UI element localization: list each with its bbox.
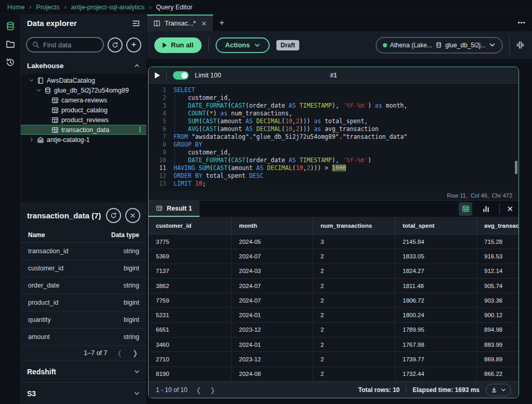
table-cell: 1800.24 xyxy=(395,308,477,322)
new-tab-button[interactable]: + xyxy=(213,15,231,31)
table-cell: 2 xyxy=(313,293,395,307)
schema-field-row: order_datestring xyxy=(21,277,147,294)
breadcrumb-separator-icon: › xyxy=(64,4,66,11)
results-prev-page-icon[interactable]: ❬ xyxy=(196,386,202,394)
governed-catalog-icon xyxy=(37,136,44,144)
table-cell: 912.14 xyxy=(477,264,518,278)
table-row: 38622024-0721811.48905.74 xyxy=(149,279,518,293)
close-icon xyxy=(129,212,136,219)
table-icon xyxy=(51,116,59,124)
chevron-down-icon[interactable] xyxy=(36,87,42,93)
breadcrumb-item[interactable]: antje-project-sql-analytics xyxy=(71,4,145,11)
chevron-down-icon xyxy=(134,390,140,397)
table-cell: 2 xyxy=(313,249,395,263)
results-next-page-icon[interactable]: ❭ xyxy=(210,386,216,394)
tree-item-product_catalog[interactable]: product_catalog xyxy=(21,105,147,115)
table-cell: 1739.77 xyxy=(395,352,477,366)
search-input[interactable] xyxy=(43,41,98,49)
lakehouse-section-header[interactable]: Lakehouse xyxy=(21,57,147,74)
tree-item-camera-reviews[interactable]: camera-reviews xyxy=(21,95,147,105)
table-row: 53692024-0721833.05916.53 xyxy=(149,249,518,264)
close-tab-icon[interactable]: ✕ xyxy=(201,20,207,28)
add-button[interactable]: + xyxy=(126,37,141,53)
editor-tab[interactable]: Transac...* ✕ xyxy=(147,15,213,31)
close-results-icon[interactable]: ✕ xyxy=(507,204,513,214)
tree-item-glue_db_5i2j72u54omg89[interactable]: glue_db_5i2j72u54omg89 xyxy=(21,85,147,95)
code-line: 10 DATE_FORMAT(CAST(order_date AS TIMEST… xyxy=(149,157,518,164)
schema-next-page-icon[interactable]: ❭ xyxy=(132,349,138,357)
chevron-down-icon xyxy=(254,42,260,48)
query-cell: Limit 100 #1 1SELECT2 customer_id,3 DATE… xyxy=(148,67,519,398)
table-cell: 2024-05 xyxy=(232,234,313,249)
sql-code-editor[interactable]: 1SELECT2 customer_id,3 DATE_FORMAT(CAST(… xyxy=(149,84,518,191)
panel-title: Data explorer xyxy=(27,19,77,28)
table-cell: 7759 xyxy=(149,293,232,307)
editor-scrollbar[interactable] xyxy=(515,161,517,174)
table-cell: 2024-07 xyxy=(232,249,313,263)
schema-field-row: customer_idbigint xyxy=(21,260,147,277)
code-line: 9 customer_id, xyxy=(149,149,518,157)
breadcrumb-item[interactable]: Projects xyxy=(36,4,59,11)
collapse-panel-icon[interactable] xyxy=(132,19,140,28)
table-cell: 2024-07 xyxy=(232,279,313,293)
table-row: 27102023-1221739.77869.89 xyxy=(149,352,518,367)
tree-item-product_reviews[interactable]: product_reviews xyxy=(21,115,147,125)
column-header-avg_transaction: avg_transaction xyxy=(477,217,518,234)
table-cell: 2024-07 xyxy=(232,293,313,307)
tree-item-antje-catalog-1[interactable]: antje-catalog-1 xyxy=(21,135,147,145)
line-number: 11 xyxy=(149,164,166,172)
refresh-button[interactable] xyxy=(108,37,123,53)
chart-view-button[interactable] xyxy=(479,202,493,216)
chevron-down-icon[interactable] xyxy=(29,77,34,83)
schema-prev-page-icon[interactable]: ❬ xyxy=(117,349,123,357)
total-rows: Total rows: 10 xyxy=(358,386,400,394)
schema-refresh-button[interactable] xyxy=(106,208,121,223)
query-editor-area: Transac...* ✕ + ⋯ Run all Actions Draft … xyxy=(147,15,532,404)
table-row: 71372024-0321824.27912.14 xyxy=(149,264,518,279)
result-tab[interactable]: Result 1 xyxy=(149,201,200,217)
code-line: 3 DATE_FORMAT(CAST(order_date AS TIMESTA… xyxy=(149,102,518,110)
actions-button[interactable]: Actions xyxy=(216,37,270,53)
limit-toggle[interactable] xyxy=(173,71,189,80)
download-button[interactable] xyxy=(486,384,511,396)
field-name: order_date xyxy=(28,282,59,289)
table-cell: 2 xyxy=(313,352,395,366)
run-cell-icon[interactable] xyxy=(155,72,160,79)
more-options-icon[interactable]: ⋯ xyxy=(517,15,526,31)
tree-item-transaction_data[interactable]: transaction_data⋮ xyxy=(21,125,147,135)
history-icon[interactable] xyxy=(4,56,17,69)
s3-section-header[interactable]: S3 xyxy=(21,382,147,404)
catalog-icon xyxy=(37,77,44,84)
line-number: 8 xyxy=(149,141,166,149)
collapse-view-icon[interactable] xyxy=(516,41,525,49)
icon-rail xyxy=(0,15,21,404)
table-cell: 916.53 xyxy=(477,249,518,263)
item-menu-icon[interactable]: ⋮ xyxy=(137,126,143,134)
line-number: 10 xyxy=(149,157,166,164)
connection-selector[interactable]: Athena (Lake... glue_db_5i2j... xyxy=(376,37,503,54)
plus-icon: + xyxy=(131,40,137,49)
table-row: 52312024-0121800.24900.12 xyxy=(149,308,518,322)
download-icon xyxy=(491,387,497,393)
database-icon[interactable] xyxy=(4,19,17,33)
table-cell: 866.22 xyxy=(477,367,518,381)
tree-item-AwsDataCatalog[interactable]: AwsDataCatalog xyxy=(21,75,147,85)
schema-close-button[interactable] xyxy=(125,208,140,223)
code-line: 6 AVG(CAST(amount AS DECIMAL(10,2))) as … xyxy=(149,125,518,133)
breadcrumb-item[interactable]: Home xyxy=(7,4,24,11)
schema-field-row: amountstring xyxy=(21,329,147,346)
table-cell: 3775 xyxy=(149,234,232,249)
field-name: transaction_id xyxy=(28,247,69,255)
line-number: 4 xyxy=(149,110,166,118)
database-icon xyxy=(435,42,442,48)
refresh-icon xyxy=(110,212,117,219)
redshift-section-header[interactable]: Redshift xyxy=(21,360,147,382)
folder-icon[interactable] xyxy=(4,37,17,51)
refresh-icon xyxy=(112,42,118,48)
chevron-right-icon[interactable] xyxy=(29,137,34,142)
table-view-button[interactable] xyxy=(459,202,472,216)
code-line: 7FROM "awsdatacatalog"."glue_db_5i2j72u5… xyxy=(149,133,518,141)
run-all-button[interactable]: Run all xyxy=(154,37,202,53)
table-cell: 2 xyxy=(313,308,395,322)
connection-db: glue_db_5i2j... xyxy=(445,42,486,49)
